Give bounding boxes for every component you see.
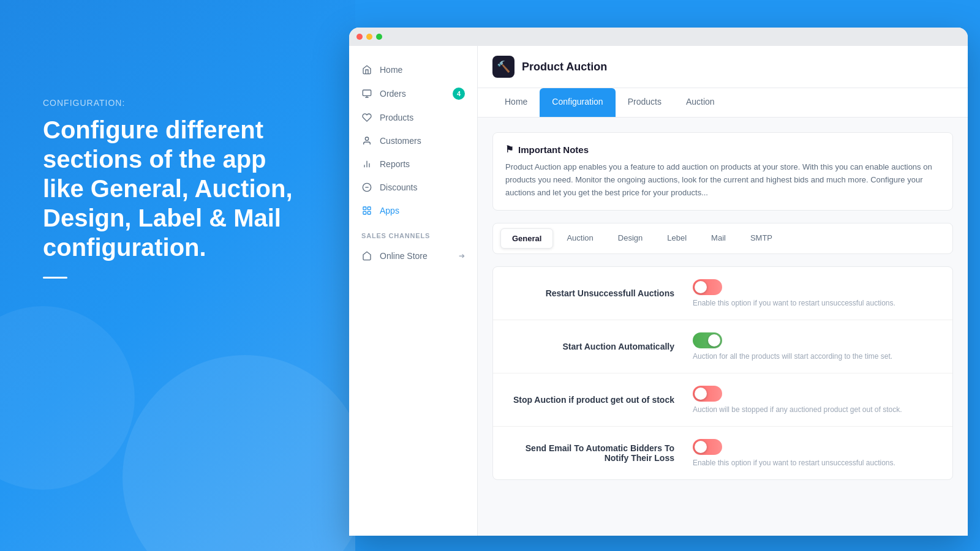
setting-row-auto-start: Start Auction Automatically Auction for … [493,320,952,373]
svg-rect-0 [363,90,371,96]
store-icon [361,250,372,261]
sub-tab-lebel[interactable]: Lebel [656,228,698,249]
sub-tab-auction[interactable]: Auction [556,228,604,249]
svg-rect-10 [368,207,371,210]
sidebar-item-reports-label: Reports [380,159,410,169]
tab-home[interactable]: Home [492,88,540,117]
sidebar-item-products-label: Products [380,113,413,122]
sidebar-item-reports[interactable]: Reports [349,152,477,176]
toggle-desc-auto-start: Auction for all the products will start … [693,352,892,361]
discounts-icon [361,182,372,193]
sidebar-item-home[interactable]: Home [349,58,477,81]
svg-rect-12 [368,211,371,214]
flag-icon: ⚑ [505,144,513,155]
products-icon [361,112,372,123]
svg-rect-11 [363,211,366,214]
sidebar-item-home-label: Home [380,65,402,75]
home-icon [361,64,372,75]
toggle-desc-out-of-stock: Auction will be stopped if any auctioned… [693,405,902,414]
toggle-group-auto-start: Auction for all the products will start … [693,332,938,361]
left-title: Configure different sections of the app … [43,115,306,262]
left-divider [43,277,67,279]
content-area: ⚑ Important Notes Product Auction app en… [478,118,968,495]
sub-tabs-bar: General Auction Design Lebel Mail [492,223,953,254]
window-minimize-dot[interactable] [366,34,372,40]
left-panel: CONFIGURATION: Configure different secti… [43,98,306,279]
setting-label-auto-start: Start Auction Automatically [508,342,674,351]
sidebar: Home Orders 4 [349,46,478,536]
setting-label-send-email: Send Email To Automatic Bidders To Notif… [508,443,674,463]
toggle-stop-out-of-stock[interactable] [693,386,722,402]
settings-list: Restart Unsuccessfull Auctions Enable th… [492,266,953,480]
sub-tab-general[interactable]: General [500,228,553,249]
sidebar-item-apps[interactable]: Apps [349,199,477,222]
toggle-send-email[interactable] [693,439,722,455]
toggle-group-out-of-stock: Auction will be stopped if any auctioned… [693,386,938,414]
window-body: Home Orders 4 [349,46,968,536]
apps-icon [361,205,372,216]
svg-point-3 [365,137,368,140]
sidebar-item-orders[interactable]: Orders 4 [349,81,477,106]
sidebar-item-customers[interactable]: Customers [349,129,477,152]
setting-label-group-send-email: Send Email To Automatic Bidders To Notif… [508,443,693,463]
notes-text: Product Auction app enables you a featur… [505,161,940,199]
sidebar-item-products[interactable]: Products [349,106,477,129]
reports-icon [361,159,372,170]
sidebar-item-discounts-label: Discounts [380,182,417,192]
sidebar-item-apps-label: Apps [380,206,399,216]
sub-tab-mail[interactable]: Mail [700,228,737,249]
window-close-dot[interactable] [356,34,363,40]
toggle-thumb-send-email [695,441,707,453]
orders-icon [361,88,372,99]
external-link-icon: ➔ [459,252,465,260]
orders-badge: 4 [453,88,465,100]
sales-channels-label: SALES CHANNELS [349,222,477,244]
sub-tab-design[interactable]: Design [607,228,654,249]
setting-label-out-of-stock: Stop Auction if product get out of stock [508,395,674,405]
toggle-thumb-auto-start [708,334,720,347]
setting-row-send-email: Send Email To Automatic Bidders To Notif… [493,427,952,479]
setting-label-group-out-of-stock: Stop Auction if product get out of stock [508,395,693,405]
toggle-thumb-out-of-stock [695,388,707,400]
auction-hammer-icon: 🔨 [497,60,510,73]
app-window: Home Orders 4 [349,28,968,536]
window-maximize-dot[interactable] [376,34,382,40]
sidebar-item-online-store[interactable]: Online Store ➔ [349,244,477,268]
toggle-restart-unsuccessful[interactable] [693,279,722,295]
setting-label-restart: Restart Unsuccessfull Auctions [508,288,674,298]
sidebar-item-discounts[interactable]: Discounts [349,176,477,199]
setting-label-group-restart: Restart Unsuccessfull Auctions [508,288,693,298]
customers-icon [361,135,372,146]
sidebar-item-customers-label: Customers [380,136,421,146]
main-tabs-bar: Home Configuration Products Auction [478,88,968,118]
topbar-title: Product Auction [522,61,607,73]
main-content: 🔨 Product Auction Home Configuration Pro… [478,46,968,536]
left-label: CONFIGURATION: [43,98,306,108]
setting-row-out-of-stock: Stop Auction if product get out of stock… [493,373,952,427]
toggle-desc-restart: Enable this option if you want to restar… [693,299,895,307]
sidebar-item-orders-label: Orders [380,89,406,99]
notes-header: ⚑ Important Notes [505,144,940,155]
toggle-start-automatically[interactable] [693,332,722,348]
app-icon: 🔨 [492,56,514,78]
toggle-desc-send-email: Enable this option if you want to restar… [693,459,895,467]
tab-products[interactable]: Products [616,88,674,117]
notes-box: ⚑ Important Notes Product Auction app en… [492,132,953,211]
window-chrome [349,28,968,46]
toggle-thumb-restart [695,281,707,293]
sidebar-item-online-store-label: Online Store [380,251,428,261]
tab-configuration[interactable]: Configuration [540,88,615,117]
toggle-group-send-email: Enable this option if you want to restar… [693,439,938,467]
notes-header-text: Important Notes [518,144,589,155]
sub-tab-smtp[interactable]: SMTP [739,228,783,249]
setting-row-restart: Restart Unsuccessfull Auctions Enable th… [493,267,952,320]
svg-rect-9 [363,207,366,210]
topbar: 🔨 Product Auction [478,46,968,88]
tab-auction[interactable]: Auction [674,88,727,117]
toggle-group-restart: Enable this option if you want to restar… [693,279,938,307]
setting-label-group-auto-start: Start Auction Automatically [508,342,693,351]
